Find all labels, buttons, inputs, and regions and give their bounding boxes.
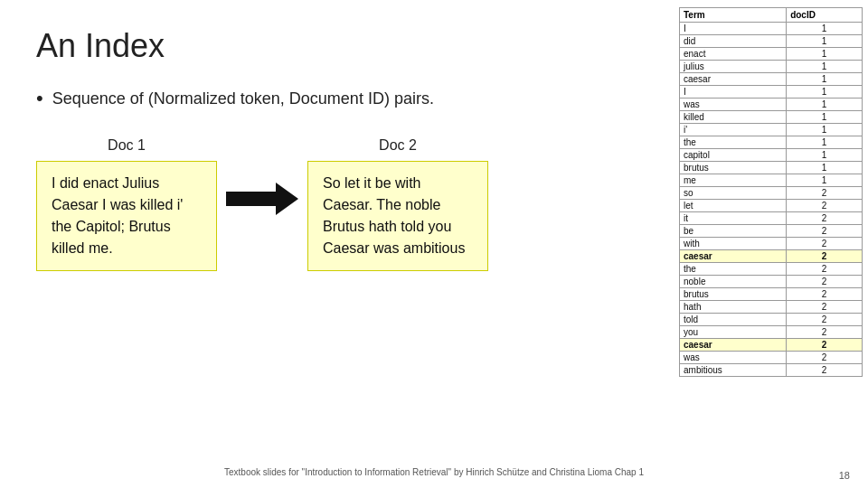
cell-docid: 1	[787, 73, 863, 86]
cell-term: brutus	[680, 288, 787, 301]
doc2-label: Doc 2	[379, 137, 417, 154]
table-row: I1	[680, 86, 863, 99]
table-row: caesar2	[680, 250, 863, 263]
table-row: the1	[680, 136, 863, 149]
doc2-column: Doc 2 So let it be with Caesar. The nobl…	[307, 137, 488, 271]
page-number: 18	[839, 470, 850, 481]
cell-docid: 2	[787, 364, 863, 377]
table-row: ambitious2	[680, 364, 863, 377]
table-row: brutus2	[680, 288, 863, 301]
cell-docid: 1	[787, 111, 863, 124]
cell-term: julius	[680, 61, 787, 73]
col-term-header: Term	[680, 8, 787, 23]
doc1-column: Doc 1 I did enact Julius Caesar I was ki…	[36, 137, 217, 271]
cell-term: be	[680, 225, 787, 238]
cell-term: told	[680, 314, 787, 326]
cell-term: let	[680, 200, 787, 212]
cell-term: ambitious	[680, 364, 787, 377]
docs-row: Doc 1 I did enact Julius Caesar I was ki…	[36, 137, 624, 271]
cell-term: noble	[680, 276, 787, 288]
cell-docid: 1	[787, 99, 863, 111]
table-row: caesar1	[680, 73, 863, 86]
cell-docid: 1	[787, 86, 863, 99]
table-row: so2	[680, 187, 863, 200]
table-row: brutus1	[680, 162, 863, 174]
table-row: was2	[680, 352, 863, 364]
table-row: you2	[680, 326, 863, 339]
cell-docid: 2	[787, 314, 863, 326]
cell-term: i'	[680, 124, 787, 136]
cell-term: it	[680, 212, 787, 225]
cell-docid: 2	[787, 339, 863, 352]
svg-marker-0	[226, 183, 298, 215]
index-panel: Term docID I1did1enact1julius1caesar1I1w…	[674, 0, 868, 479]
footer-text: Textbook slides for "Introduction to Inf…	[118, 467, 750, 477]
cell-docid: 2	[787, 288, 863, 301]
table-row: caesar2	[680, 339, 863, 352]
arrow-container	[226, 183, 298, 215]
cell-term: caesar	[680, 339, 787, 352]
table-row: noble2	[680, 276, 863, 288]
cell-term: the	[680, 136, 787, 149]
cell-term: caesar	[680, 250, 787, 263]
page-title: An Index	[36, 27, 624, 65]
table-row: with2	[680, 238, 863, 250]
table-row: let2	[680, 200, 863, 212]
cell-term: so	[680, 187, 787, 200]
table-row: the2	[680, 263, 863, 276]
table-row: I1	[680, 23, 863, 35]
table-row: hath2	[680, 301, 863, 314]
doc1-box: I did enact Julius Caesar I was killed i…	[36, 161, 217, 271]
index-table: Term docID I1did1enact1julius1caesar1I1w…	[679, 7, 863, 377]
cell-docid: 1	[787, 23, 863, 35]
bullet-text: Sequence of (Normalized token, Document …	[36, 87, 624, 110]
cell-docid: 1	[787, 124, 863, 136]
cell-term: capitol	[680, 149, 787, 162]
cell-term: did	[680, 35, 787, 48]
cell-term: enact	[680, 48, 787, 61]
table-row: capitol1	[680, 149, 863, 162]
cell-docid: 2	[787, 276, 863, 288]
cell-docid: 1	[787, 61, 863, 73]
cell-term: the	[680, 263, 787, 276]
cell-term: was	[680, 352, 787, 364]
cell-docid: 2	[787, 352, 863, 364]
cell-term: you	[680, 326, 787, 339]
doc2-box: So let it be with Caesar. The noble Brut…	[307, 161, 488, 271]
cell-term: I	[680, 23, 787, 35]
table-row: me1	[680, 174, 863, 187]
cell-docid: 2	[787, 225, 863, 238]
table-row: i'1	[680, 124, 863, 136]
cell-docid: 2	[787, 200, 863, 212]
cell-term: was	[680, 99, 787, 111]
cell-docid: 1	[787, 136, 863, 149]
cell-docid: 2	[787, 187, 863, 200]
cell-docid: 2	[787, 238, 863, 250]
cell-docid: 2	[787, 326, 863, 339]
right-arrow-icon	[226, 183, 298, 215]
cell-docid: 2	[787, 250, 863, 263]
cell-docid: 2	[787, 263, 863, 276]
cell-term: hath	[680, 301, 787, 314]
cell-docid: 2	[787, 212, 863, 225]
table-row: julius1	[680, 61, 863, 73]
table-row: it2	[680, 212, 863, 225]
table-row: did1	[680, 35, 863, 48]
cell-term: I	[680, 86, 787, 99]
cell-docid: 2	[787, 301, 863, 314]
cell-docid: 1	[787, 48, 863, 61]
main-content: An Index Sequence of (Normalized token, …	[0, 0, 660, 488]
cell-term: killed	[680, 111, 787, 124]
table-row: was1	[680, 99, 863, 111]
cell-term: with	[680, 238, 787, 250]
table-row: enact1	[680, 48, 863, 61]
cell-term: caesar	[680, 73, 787, 86]
doc1-label: Doc 1	[108, 137, 146, 154]
cell-docid: 1	[787, 162, 863, 174]
table-row: told2	[680, 314, 863, 326]
cell-term: me	[680, 174, 787, 187]
cell-docid: 1	[787, 174, 863, 187]
cell-term: brutus	[680, 162, 787, 174]
table-row: killed1	[680, 111, 863, 124]
table-row: be2	[680, 225, 863, 238]
